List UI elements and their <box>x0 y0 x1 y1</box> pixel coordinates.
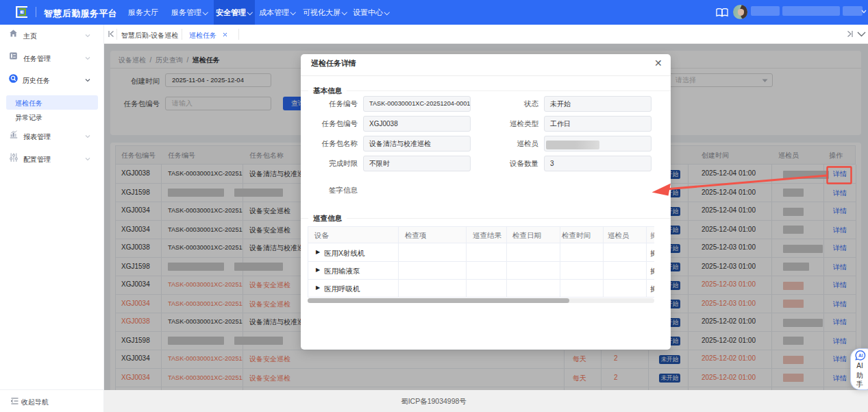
svg-text:AI: AI <box>858 353 863 358</box>
